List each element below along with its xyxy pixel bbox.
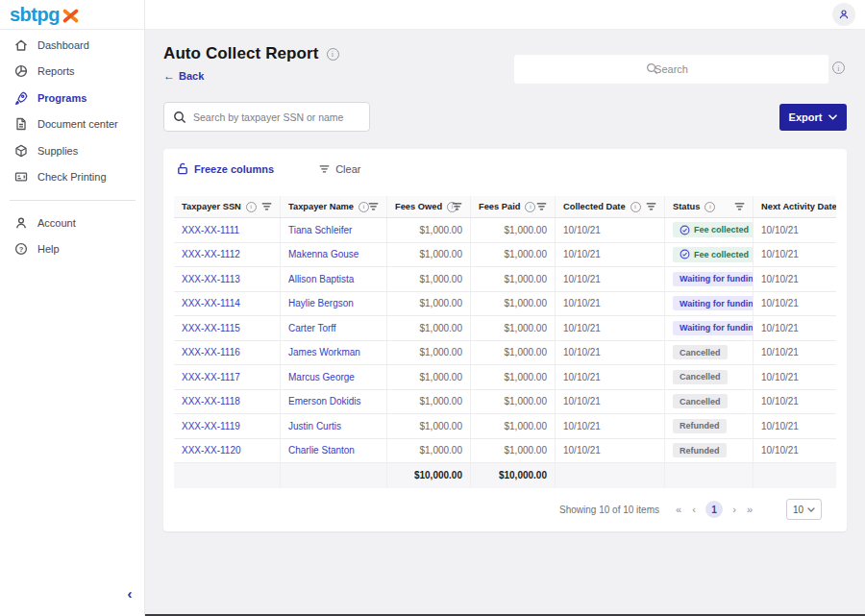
next-activity-date-cell: 10/10/21 bbox=[754, 414, 836, 438]
global-info-icon[interactable] bbox=[832, 62, 845, 74]
ssn-link[interactable]: XXX-XX-1118 bbox=[174, 390, 281, 414]
table-header-row: Taxpayer SSN Taxpayer Name Fees Owed Fee… bbox=[174, 196, 836, 218]
sidebar-item-reports[interactable]: Reports bbox=[0, 59, 145, 86]
filter-icon[interactable] bbox=[646, 202, 656, 211]
sidebar-divider bbox=[10, 200, 136, 201]
status-cell: Waiting for funding bbox=[665, 292, 754, 316]
status-badge: Cancelled bbox=[673, 345, 728, 359]
sidebar-item-supplies[interactable]: Supplies bbox=[0, 137, 145, 164]
taxpayer-name-link[interactable]: Justin Curtis bbox=[281, 414, 387, 438]
chevron-down-icon bbox=[828, 114, 837, 120]
fees-paid-cell: $1,000.00 bbox=[471, 316, 556, 340]
column-info-icon[interactable] bbox=[630, 202, 641, 212]
clear-filters-button[interactable]: Clear bbox=[319, 163, 360, 175]
fees-owed-total: $10,000.00 bbox=[387, 463, 471, 488]
column-info-icon[interactable] bbox=[704, 202, 715, 212]
sidebar-item-label: Dashboard bbox=[37, 39, 89, 51]
next-activity-date-cell: 10/10/21 bbox=[754, 243, 836, 267]
status-badge: Refunded bbox=[673, 419, 727, 433]
collected-date-cell: 10/10/21 bbox=[556, 292, 665, 316]
export-button[interactable]: Export bbox=[779, 104, 847, 131]
ssn-link[interactable]: XXX-XX-1114 bbox=[174, 292, 281, 316]
sidebar-item-document-center[interactable]: Document center bbox=[0, 111, 145, 138]
status-cell: Fee collected bbox=[665, 218, 754, 242]
sidebar-item-check-printing[interactable]: Check Printing bbox=[0, 164, 145, 191]
table-row: XXX-XX-1111Tiana Schleifer$1,000.00$1,00… bbox=[174, 218, 836, 243]
brand-wordmark: sbtpg bbox=[10, 4, 60, 26]
status-cell: Cancelled bbox=[665, 341, 754, 365]
prev-page-button[interactable]: ‹ bbox=[686, 501, 702, 518]
ssn-link[interactable]: XXX-XX-1112 bbox=[174, 243, 281, 267]
taxpayer-name-link[interactable]: James Workman bbox=[281, 341, 387, 365]
filter-icon[interactable] bbox=[536, 202, 547, 211]
taxpayer-name-link[interactable]: Emerson Dokidis bbox=[281, 390, 387, 414]
totals-row: $10,000.00 $10,000.00 bbox=[174, 463, 836, 488]
next-activity-date-cell: 10/10/21 bbox=[754, 316, 836, 340]
column-header-next-activity-date: Next Activity Date bbox=[754, 196, 836, 217]
ssn-link[interactable]: XXX-XX-1116 bbox=[174, 341, 281, 365]
next-activity-date-cell: 10/10/21 bbox=[754, 218, 836, 242]
ssn-link[interactable]: XXX-XX-1119 bbox=[174, 414, 281, 438]
help-icon: ? bbox=[13, 241, 29, 257]
ssn-link[interactable]: XXX-XX-1111 bbox=[174, 218, 281, 242]
fees-owed-cell: $1,000.00 bbox=[387, 439, 471, 463]
sidebar-item-programs[interactable]: Programs bbox=[0, 85, 145, 111]
last-page-button[interactable]: » bbox=[742, 501, 757, 518]
fees-paid-cell: $1,000.00 bbox=[471, 390, 556, 414]
sidebar-item-dashboard[interactable]: Dashboard bbox=[0, 32, 145, 59]
avatar[interactable] bbox=[832, 3, 855, 26]
column-info-icon[interactable] bbox=[525, 202, 535, 212]
sidebar-item-help[interactable]: ? Help bbox=[0, 236, 145, 263]
column-info-icon[interactable] bbox=[246, 202, 257, 212]
fees-owed-cell: $1,000.00 bbox=[387, 316, 471, 340]
taxpayer-name-link[interactable]: Allison Baptista bbox=[281, 267, 387, 291]
table-search-input[interactable] bbox=[193, 111, 369, 123]
freeze-columns-button[interactable]: Freeze columns bbox=[177, 162, 274, 175]
fees-paid-cell: $1,000.00 bbox=[471, 439, 556, 463]
filter-icon[interactable] bbox=[368, 202, 379, 211]
collected-date-cell: 10/10/21 bbox=[556, 365, 665, 389]
chevron-down-icon bbox=[807, 507, 815, 512]
taxpayer-name-link[interactable]: Makenna Gouse bbox=[281, 243, 387, 267]
table-row: XXX-XX-1114Haylie Bergson$1,000.00$1,000… bbox=[174, 292, 836, 317]
ssn-link[interactable]: XXX-XX-1120 bbox=[174, 439, 281, 463]
lock-open-icon bbox=[177, 162, 188, 175]
status-cell: Waiting for funding bbox=[665, 316, 754, 340]
fees-paid-total: $10,000.00 bbox=[471, 463, 556, 488]
fees-paid-cell: $1,000.00 bbox=[471, 292, 556, 316]
table-row: XXX-XX-1116James Workman$1,000.00$1,000.… bbox=[174, 341, 836, 366]
taxpayer-name-link[interactable]: Tiana Schleifer bbox=[281, 218, 387, 242]
next-page-button[interactable]: › bbox=[727, 501, 742, 518]
title-info-icon[interactable] bbox=[327, 48, 339, 61]
fees-owed-cell: $1,000.00 bbox=[387, 390, 471, 414]
taxpayer-name-link[interactable]: Marcus George bbox=[281, 365, 387, 389]
collected-date-cell: 10/10/21 bbox=[556, 341, 665, 365]
ssn-link[interactable]: XXX-XX-1115 bbox=[174, 316, 281, 340]
current-page-button[interactable]: 1 bbox=[705, 501, 723, 518]
taxpayer-name-link[interactable]: Haylie Bergson bbox=[281, 292, 387, 316]
filter-icon[interactable] bbox=[734, 202, 745, 211]
back-link[interactable]: Back bbox=[163, 69, 204, 83]
search-icon bbox=[173, 111, 186, 124]
table-search bbox=[163, 102, 370, 132]
first-page-button[interactable]: « bbox=[671, 501, 686, 518]
filter-icon[interactable] bbox=[452, 202, 462, 211]
fees-owed-cell: $1,000.00 bbox=[387, 365, 471, 389]
global-search-input[interactable] bbox=[514, 55, 828, 84]
report-table: Taxpayer SSN Taxpayer Name Fees Owed Fee… bbox=[174, 196, 836, 488]
pagination-summary: Showing 10 of 10 items bbox=[559, 505, 659, 515]
page-size-select[interactable]: 10 bbox=[786, 499, 822, 520]
status-badge: Cancelled bbox=[673, 394, 728, 408]
taxpayer-name-link[interactable]: Charlie Stanton bbox=[281, 439, 387, 463]
filter-icon[interactable] bbox=[261, 202, 272, 211]
ssn-link[interactable]: XXX-XX-1113 bbox=[174, 267, 281, 291]
column-header-fees-owed: Fees Owed bbox=[387, 196, 471, 217]
taxpayer-name-link[interactable]: Carter Torff bbox=[281, 316, 387, 340]
pagination: Showing 10 of 10 items « ‹ 1 › » 10 bbox=[559, 499, 822, 520]
sidebar-collapse-button[interactable]: ‹ bbox=[121, 584, 138, 602]
totals-empty bbox=[556, 463, 665, 488]
sidebar-item-account[interactable]: Account bbox=[0, 209, 145, 236]
fees-owed-cell: $1,000.00 bbox=[387, 292, 471, 316]
document-icon bbox=[13, 116, 29, 132]
ssn-link[interactable]: XXX-XX-1117 bbox=[174, 365, 281, 389]
